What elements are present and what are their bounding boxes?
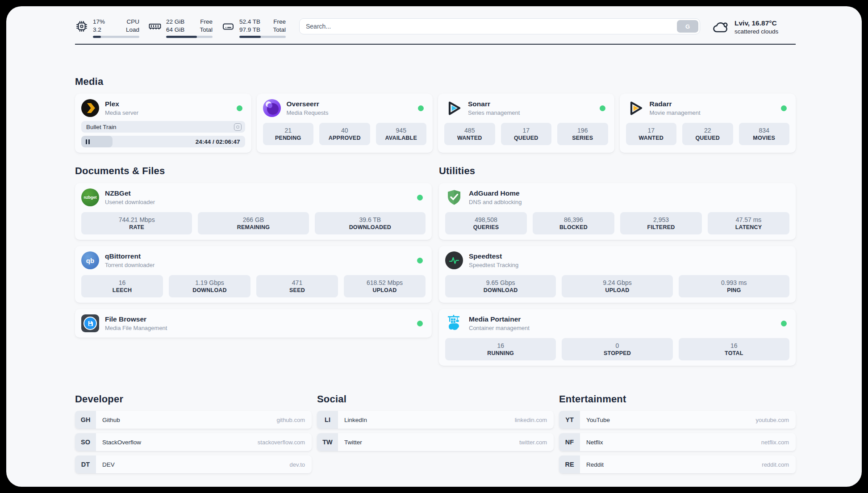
speedtest-icon — [445, 251, 463, 269]
stat-pending: 21PENDING — [263, 123, 314, 145]
search-engine-button[interactable]: G — [677, 20, 698, 33]
disk-total-label: Total — [273, 26, 286, 34]
stat-wanted: 485WANTED — [444, 123, 495, 145]
service-card-filebrowser[interactable]: File Browser Media File Management — [75, 309, 432, 338]
weather-widget[interactable]: Lviv, 16.87°C scattered clouds — [712, 19, 796, 36]
service-description: Media Requests — [287, 109, 413, 117]
service-card-plex[interactable]: Plex Media server Bullet Train 24:44 / — [75, 94, 251, 153]
search-input[interactable] — [299, 18, 700, 34]
cpu-progress-track — [93, 36, 139, 38]
cpu-label: CPU — [126, 18, 139, 26]
service-name: qBittorrent — [105, 252, 411, 261]
bookmark-twitter[interactable]: TW Twitter twitter.com — [317, 433, 554, 451]
disk-progress-track — [239, 36, 286, 38]
bookmark-abbr: NF — [559, 433, 580, 451]
service-name: Radarr — [650, 100, 776, 109]
status-dot — [781, 105, 787, 111]
stat-queued: 22QUEUED — [682, 123, 733, 145]
section-social: Social LI LinkedIn linkedin.com TW Twitt… — [317, 393, 554, 473]
stat-available: 945AVAILABLE — [376, 123, 427, 145]
bookmark-url: twitter.com — [519, 439, 547, 446]
plex-icon — [81, 99, 99, 117]
bookmark-youtube[interactable]: YT YouTube youtube.com — [559, 411, 796, 429]
now-playing-title: Bullet Train — [86, 124, 234, 130]
service-card-qbittorrent[interactable]: qb qBittorrent Torrent downloader 16LEEC… — [75, 246, 432, 303]
service-name: NZBGet — [105, 189, 411, 198]
stat-ping: 0.993 msPING — [679, 275, 789, 297]
service-name: Media Portainer — [469, 315, 775, 324]
playback-time: 24:44 / 02:06:47 — [196, 136, 240, 147]
dashboard: 17%CPU 3.2Load 22 GiBFree 64 GiB — [6, 6, 862, 487]
disk-free-label: Free — [273, 18, 286, 26]
bookmark-stackoverflow[interactable]: SO StackOverflow stackoverflow.com — [75, 433, 312, 451]
now-playing-row: Bullet Train — [81, 121, 245, 133]
stat-seed: 471SEED — [256, 275, 338, 297]
bookmark-netflix[interactable]: NF Netflix netflix.com — [559, 433, 796, 451]
service-name: Plex — [105, 100, 231, 109]
section-utilities: Utilities — [439, 165, 796, 366]
service-description: DNS and adblocking — [469, 198, 789, 206]
stat-blocked: 86,396BLOCKED — [533, 212, 614, 234]
section-documents-files: Documents & Files nzbget NZBGet Usenet d… — [75, 165, 432, 338]
nzbget-icon: nzbget — [81, 188, 99, 206]
cloud-icon — [712, 20, 730, 34]
service-card-adguard[interactable]: AdGuard Home DNS and adblocking 498,508Q… — [439, 183, 796, 240]
weather-condition: scattered clouds — [734, 28, 778, 36]
memory-total-value: 64 GiB — [166, 26, 184, 34]
stat-stopped: 0STOPPED — [562, 338, 672, 360]
service-description: Container management — [469, 324, 775, 332]
bookmark-dev[interactable]: DT DEV dev.to — [75, 455, 312, 473]
section-title-utilities: Utilities — [439, 165, 796, 177]
service-card-speedtest[interactable]: Speedtest Speedtest Tracking 9.65 GbpsDO… — [439, 246, 796, 303]
bookmark-abbr: YT — [559, 411, 580, 429]
stat-downloaded: 39.6 TBDOWNLOADED — [315, 212, 426, 234]
status-dot — [417, 321, 423, 326]
bookmark-abbr: RE — [559, 455, 580, 473]
pause-icon[interactable] — [86, 139, 90, 144]
playback-progress-bar[interactable]: 24:44 / 02:06:47 — [81, 136, 245, 147]
bookmark-name: YouTube — [586, 417, 610, 423]
memory-free-value: 22 GiB — [166, 18, 184, 26]
service-card-overseerr[interactable]: Overseerr Media Requests 21PENDING 40APP… — [257, 94, 433, 153]
bookmark-name: StackOverflow — [102, 439, 141, 446]
bookmark-reddit[interactable]: RE Reddit reddit.com — [559, 455, 796, 473]
service-description: Torrent downloader — [105, 261, 411, 269]
bookmark-url: github.com — [276, 417, 305, 423]
stat-download: 9.65 GbpsDOWNLOAD — [445, 275, 556, 297]
bookmark-github[interactable]: GH Github github.com — [75, 411, 312, 429]
section-developer: Developer GH Github github.com SO StackO… — [75, 393, 312, 473]
memory-total-label: Total — [200, 26, 213, 34]
service-card-nzbget[interactable]: nzbget NZBGet Usenet downloader 744.21 M… — [75, 183, 432, 240]
section-title-developer: Developer — [75, 393, 312, 405]
service-description: Usenet downloader — [105, 198, 411, 206]
service-card-portainer[interactable]: Media Portainer Container management 16R… — [439, 309, 796, 366]
disk-progress-fill — [239, 36, 261, 38]
status-dot — [418, 105, 424, 111]
service-card-sonarr[interactable]: Sonarr Series management 485WANTED 17QUE… — [438, 94, 614, 153]
bookmark-abbr: DT — [75, 455, 96, 473]
cpu-widget: 17%CPU 3.2Load — [75, 18, 139, 38]
bookmark-url: youtube.com — [756, 417, 789, 423]
stat-download: 1.19 GbpsDOWNLOAD — [169, 275, 250, 297]
cpu-load-average: 3.2 — [93, 26, 101, 34]
open-media-icon[interactable] — [234, 123, 242, 131]
section-media: Media Plex Media server — [75, 76, 796, 153]
section-entertainment: Entertainment YT YouTube youtube.com NF … — [559, 393, 796, 473]
section-title-media: Media — [75, 76, 796, 88]
stat-upload: 618.52 MbpsUPLOAD — [344, 275, 426, 297]
ram-icon — [148, 18, 162, 35]
service-card-radarr[interactable]: Radarr Movie management 17WANTED 22QUEUE… — [620, 94, 796, 153]
cpu-usage-percent: 17% — [93, 18, 105, 26]
stat-queries: 498,508QUERIES — [445, 212, 527, 234]
stat-queued: 17QUEUED — [501, 123, 552, 145]
bookmark-abbr: SO — [75, 433, 96, 451]
bookmark-linkedin[interactable]: LI LinkedIn linkedin.com — [317, 411, 554, 429]
service-name: Overseerr — [287, 100, 413, 109]
memory-widget: 22 GiBFree 64 GiBTotal — [148, 18, 213, 38]
service-name: Speedtest — [469, 252, 789, 261]
stat-upload: 9.24 GbpsUPLOAD — [562, 275, 672, 297]
bookmark-name: DEV — [102, 461, 115, 468]
service-name: Sonarr — [468, 100, 594, 109]
service-description: Media File Management — [105, 324, 411, 332]
stat-running: 16RUNNING — [445, 338, 556, 360]
